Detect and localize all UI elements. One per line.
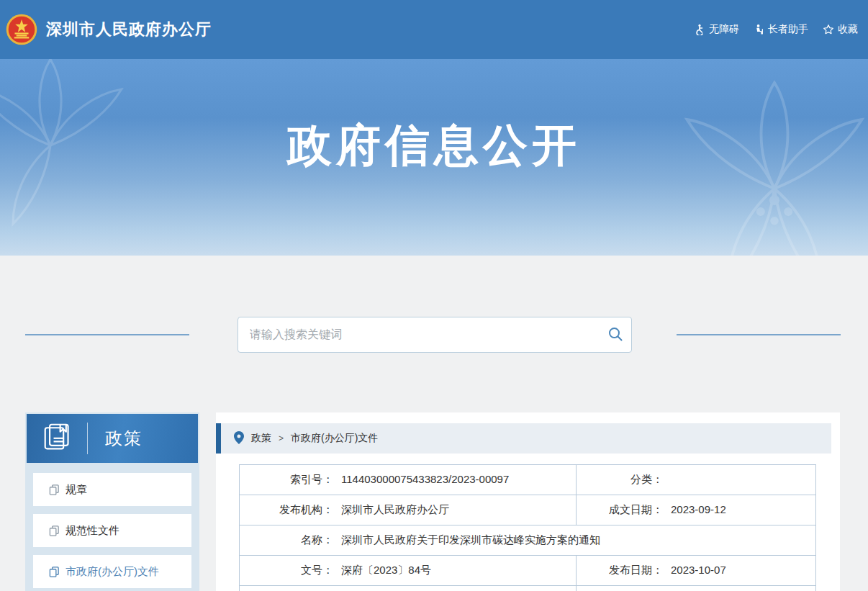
lower-section: 政策 规章规范性文件市政府(办公厅)文件 政策>市政府(办公厅)文件 索引号：1…	[0, 256, 868, 591]
main-panel: 政策>市政府(办公厅)文件 索引号：114403000075433823/202…	[216, 412, 840, 591]
field-label: 分类：	[577, 473, 663, 487]
book-icon	[42, 423, 73, 454]
table-cell: 成文日期：2023-09-12	[577, 495, 816, 525]
breadcrumb-link[interactable]: 政策	[251, 432, 271, 445]
breadcrumb-items: 政策>市政府(办公厅)文件	[251, 432, 378, 445]
field-value: 深府〔2023〕84号	[341, 564, 431, 576]
breadcrumb: 政策>市政府(办公厅)文件	[216, 423, 840, 454]
site-title: 深圳市人民政府办公厅	[46, 19, 212, 40]
header-divider	[87, 423, 88, 454]
sidebar-item-label: 市政府(办公厅)文件	[65, 565, 159, 579]
elder-icon	[754, 24, 764, 35]
sidebar-item-label: 规章	[65, 483, 87, 497]
util-label: 无障碍	[709, 23, 739, 36]
util-link-elder[interactable]: 长者助手	[754, 23, 808, 36]
table-cell: 发布日期：2023-10-07	[577, 556, 816, 586]
util-label: 收藏	[838, 23, 858, 36]
table-cell	[240, 586, 577, 591]
decorative-line-right	[677, 334, 841, 335]
table-row: 文号：深府〔2023〕84号发布日期：2023-10-07	[240, 556, 816, 586]
sidebar-title: 政策	[105, 427, 143, 450]
breadcrumb-accent-bar	[216, 423, 221, 454]
table-cell: 发布机构：深圳市人民政府办公厅	[240, 495, 577, 525]
page: 深圳市人民政府办公厅 无障碍长者助手收藏 政府信息公开	[0, 0, 868, 591]
field-label: 名称：	[240, 533, 333, 547]
site-logo-home-link[interactable]: 深圳市人民政府办公厅	[6, 14, 212, 45]
field-value: 114403000075433823/2023-00097	[341, 473, 509, 485]
field-value: 深圳市人民政府办公厅	[341, 503, 449, 515]
table-cell: 分类：	[577, 465, 816, 495]
sidebar-item[interactable]: 规章	[33, 473, 191, 506]
field-value: 2023-10-07	[671, 564, 726, 576]
field-label: 成文日期：	[577, 503, 663, 517]
util-label: 长者助手	[768, 23, 808, 36]
breadcrumb-current: 市政府(办公厅)文件	[291, 432, 378, 445]
location-pin-icon	[234, 431, 244, 446]
search-input[interactable]	[238, 328, 600, 341]
table-row-cutoff	[240, 586, 816, 591]
table-row: 索引号：114403000075433823/2023-00097分类：	[240, 465, 816, 495]
table-cell: 名称：深圳市人民政府关于印发深圳市碳达峰实施方案的通知	[240, 525, 816, 556]
field-label: 发布机构：	[240, 503, 333, 517]
sidebar-header: 政策	[27, 414, 198, 463]
table-cell: 索引号：114403000075433823/2023-00097	[240, 465, 577, 495]
table-cell	[577, 586, 816, 591]
banner: 政府信息公开	[0, 59, 868, 256]
util-link-star[interactable]: 收藏	[823, 23, 858, 36]
field-label: 发布日期：	[577, 564, 663, 577]
doc-icon	[49, 484, 60, 495]
accessibility-icon	[694, 24, 705, 35]
field-label: 文号：	[240, 564, 333, 577]
document-info-table: 索引号：114403000075433823/2023-00097分类：发布机构…	[239, 464, 816, 591]
header-utils: 无障碍长者助手收藏	[694, 23, 858, 36]
decorative-line-left	[25, 334, 189, 335]
doc-icon	[49, 525, 60, 536]
sidebar: 政策 规章规范性文件市政府(办公厅)文件	[25, 412, 199, 591]
sidebar-item[interactable]: 规范性文件	[33, 514, 191, 547]
table-row: 发布机构：深圳市人民政府办公厅成文日期：2023-09-12	[240, 495, 816, 525]
star-icon	[823, 24, 834, 35]
top-header: 深圳市人民政府办公厅 无障碍长者助手收藏	[0, 0, 868, 59]
search-box	[238, 317, 632, 353]
field-value: 深圳市人民政府关于印发深圳市碳达峰实施方案的通知	[341, 533, 600, 546]
national-emblem-icon	[6, 14, 37, 45]
search-icon	[607, 326, 623, 344]
breadcrumb-separator: >	[279, 433, 284, 443]
sidebar-item-label: 规范性文件	[65, 524, 119, 538]
field-value: 2023-09-12	[671, 503, 726, 515]
table-row: 名称：深圳市人民政府关于印发深圳市碳达峰实施方案的通知	[240, 525, 816, 556]
field-label: 索引号：	[240, 473, 333, 487]
page-title: 政府信息公开	[0, 115, 868, 176]
sidebar-item[interactable]: 市政府(办公厅)文件	[33, 555, 191, 588]
breadcrumb-strip: 政策>市政府(办公厅)文件	[221, 423, 831, 454]
search-button[interactable]	[600, 317, 631, 352]
sidebar-items: 规章规范性文件市政府(办公厅)文件	[25, 464, 199, 588]
util-link-accessibility[interactable]: 无障碍	[694, 23, 739, 36]
table-cell: 文号：深府〔2023〕84号	[240, 556, 577, 586]
doc-icon	[49, 567, 60, 577]
